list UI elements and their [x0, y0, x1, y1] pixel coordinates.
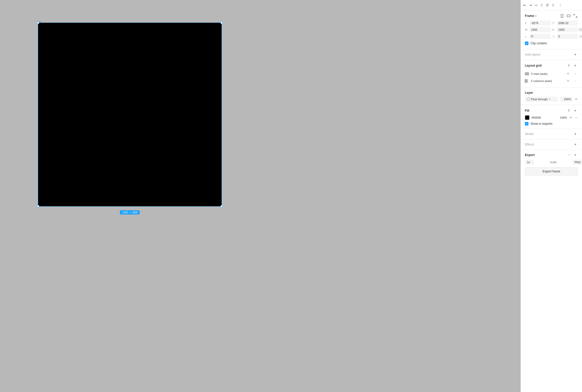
- export-title: Export: [525, 153, 535, 157]
- frame-title: Frame ▾: [525, 14, 536, 18]
- auto-layout-section: Auto layout +: [521, 49, 582, 60]
- layout-grid-section: Layout grid ⠿ + 5 rows (auto) 👁 −: [521, 60, 582, 88]
- corner-options-icon[interactable]: ⊞: [579, 35, 582, 38]
- fill-opacity-value[interactable]: 100%: [560, 116, 567, 119]
- stroke-add-btn[interactable]: +: [573, 131, 578, 137]
- layer-header: Layer: [525, 91, 578, 95]
- auto-layout-add-btn[interactable]: +: [573, 52, 578, 57]
- blend-mode-select[interactable]: Pass through ▾: [525, 97, 558, 102]
- panel-toolbar: ⇤ ⇥ ⇨ ⇧ ⇵ ⇩ ⎹: [521, 0, 582, 10]
- corner-handle-tr[interactable]: [221, 22, 223, 24]
- layer-visibility-icon[interactable]: 👁: [575, 97, 578, 101]
- rotation-input[interactable]: [529, 34, 551, 39]
- frame-resize-btn[interactable]: [573, 13, 578, 18]
- corner-radius-icon: ◯: [552, 35, 556, 38]
- frame-landscape-btn[interactable]: [566, 13, 571, 18]
- x-input[interactable]: [529, 20, 551, 26]
- xy-grid: X Y: [525, 20, 578, 26]
- blend-mode-label: Pass through: [531, 98, 548, 101]
- blend-mode-chevron-icon: ▾: [549, 98, 550, 100]
- h-input[interactable]: [557, 27, 578, 32]
- frame-box[interactable]: 1905 × 1905: [38, 23, 222, 207]
- grid-cols-eye-btn[interactable]: 👁: [566, 78, 571, 84]
- grid-rows-remove-btn[interactable]: −: [573, 71, 578, 76]
- export-section: Export − + PNG ▾ ··· Export frame: [521, 150, 582, 178]
- grid-cols-item: 5 columns (auto) 👁 −: [525, 77, 578, 85]
- grid-rows-eye-btn[interactable]: 👁: [566, 71, 571, 76]
- export-format-label: PNG: [575, 161, 581, 164]
- export-suffix-input[interactable]: [536, 161, 571, 164]
- y-label: Y: [552, 22, 556, 25]
- stroke-section: Stroke +: [521, 129, 582, 139]
- layer-opacity-input[interactable]: [560, 97, 573, 102]
- align-center-h-icon[interactable]: ⇥: [529, 3, 532, 7]
- fill-show-all-btn[interactable]: ⠿: [566, 108, 571, 113]
- align-bottom-icon[interactable]: ⇩: [552, 3, 555, 7]
- clip-content-checkbox[interactable]: [525, 42, 528, 45]
- x-field: X: [525, 20, 551, 26]
- grid-cols-remove-btn[interactable]: −: [573, 78, 578, 84]
- fill-add-btn[interactable]: +: [573, 108, 578, 113]
- frame-portrait-btn[interactable]: [559, 13, 565, 18]
- rotation-field: ↙: [525, 34, 551, 39]
- frame-title-text: Frame: [525, 14, 534, 18]
- frame-section-header: Frame ▾: [525, 13, 578, 18]
- export-add-btn[interactable]: +: [573, 152, 578, 158]
- grid-cols-icon: [525, 79, 529, 83]
- align-top-icon[interactable]: ⇧: [540, 3, 543, 7]
- frame-section: Frame ▾: [521, 10, 582, 49]
- export-remove-btn[interactable]: −: [567, 152, 572, 158]
- w-input[interactable]: [529, 27, 551, 32]
- clip-content-row: Clip content: [525, 40, 578, 46]
- grid-cols-label: 5 columns (auto): [531, 79, 564, 82]
- auto-layout-title: Auto layout: [525, 53, 540, 56]
- grid-rows-label: 5 rows (auto): [531, 72, 564, 75]
- fill-color-swatch[interactable]: [525, 115, 529, 120]
- corner-handle-tl[interactable]: [37, 22, 39, 24]
- stroke-title: Stroke: [525, 132, 534, 136]
- export-format-select[interactable]: PNG ▾: [573, 160, 582, 165]
- clip-content-label: Clip content: [531, 42, 547, 45]
- canvas: 59 1905 × 1905: [0, 0, 521, 392]
- blend-mode-icon: [527, 98, 530, 101]
- right-panel: ⇤ ⇥ ⇨ ⇧ ⇵ ⇩ ⎹ Frame ▾: [521, 0, 582, 392]
- corner-handle-bl[interactable]: [37, 205, 39, 207]
- align-right-icon[interactable]: ⇨: [535, 3, 538, 7]
- fill-header: Fill ⠿ +: [525, 108, 578, 113]
- svg-rect-1: [567, 15, 570, 17]
- size-badge: 1905 × 1905: [120, 210, 140, 214]
- link-proportions-icon[interactable]: ⛓: [578, 28, 582, 32]
- fill-actions: ⠿ +: [566, 108, 578, 113]
- export-row: PNG ▾ ···: [525, 160, 578, 165]
- effects-section: Effects +: [521, 139, 582, 150]
- layout-grid-actions: ⠿ +: [566, 63, 578, 68]
- export-header: Export − +: [525, 152, 578, 158]
- corner-handle-br[interactable]: [221, 205, 223, 207]
- stroke-header: Stroke +: [525, 131, 578, 137]
- fill-hex-value[interactable]: 000000: [532, 116, 558, 119]
- rotation-icon: ↙: [525, 35, 528, 38]
- grid-show-all-btn[interactable]: ⠿: [566, 63, 571, 68]
- grid-add-btn[interactable]: +: [573, 63, 578, 68]
- x-label: X: [525, 22, 528, 25]
- align-left-icon[interactable]: ⇤: [523, 3, 526, 7]
- frame-chevron-icon[interactable]: ▾: [535, 15, 536, 17]
- effects-title: Effects: [525, 143, 534, 146]
- layout-grid-header: Layout grid ⠿ +: [525, 63, 578, 68]
- fill-remove-btn[interactable]: −: [575, 115, 578, 120]
- align-center-v-icon[interactable]: ⇵: [546, 3, 549, 7]
- effects-add-btn[interactable]: +: [573, 142, 578, 147]
- show-in-exports-checkbox[interactable]: [525, 122, 528, 126]
- y-input[interactable]: [557, 20, 578, 26]
- corner-radius-input[interactable]: [557, 34, 578, 39]
- layer-section: Layer Pass through ▾ 👁: [521, 88, 582, 105]
- y-field: Y: [552, 20, 578, 26]
- w-field: W: [525, 27, 551, 32]
- export-frame-btn[interactable]: Export frame: [525, 167, 578, 176]
- w-label: W: [525, 28, 528, 31]
- layer-row: Pass through ▾ 👁: [525, 97, 578, 102]
- export-scale-input[interactable]: [525, 160, 534, 165]
- show-in-exports-row: Show in exports: [525, 122, 578, 126]
- distribute-icon[interactable]: ⎹: [557, 3, 560, 7]
- fill-visibility-icon[interactable]: 👁: [569, 116, 573, 120]
